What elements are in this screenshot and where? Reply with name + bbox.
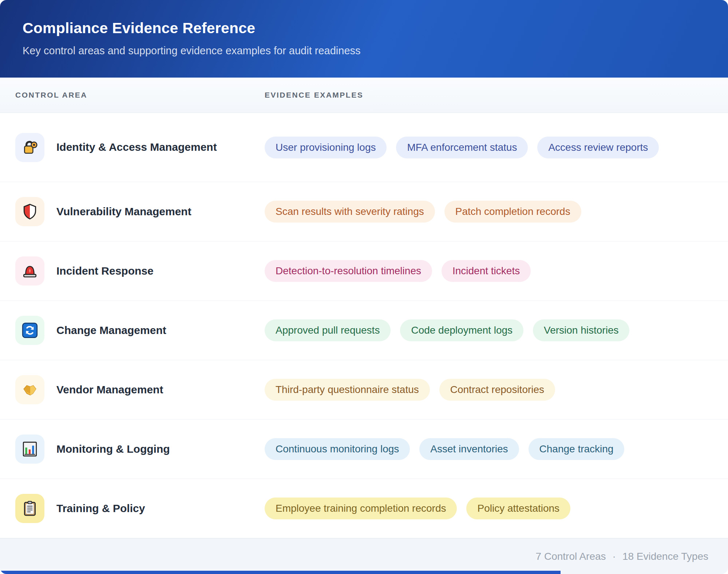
evidence-pill: Incident tickets [442, 260, 531, 282]
sync-icon [21, 322, 38, 339]
card-header: Compliance Evidence Reference Key contro… [0, 0, 728, 78]
control-area-name: Incident Response [56, 264, 154, 279]
card-footer: 7 Control Areas · 18 Evidence Types [0, 538, 728, 574]
control-area-cell: Identity & Access Management [15, 133, 265, 162]
evidence-types-count: 18 Evidence Types [622, 551, 708, 562]
evidence-pill: Approved pull requests [265, 319, 391, 341]
evidence-pill: Version histories [533, 319, 629, 341]
page-subtitle: Key control areas and supporting evidenc… [23, 45, 705, 57]
clipboard-icon [21, 500, 38, 517]
control-area-name: Training & Policy [56, 501, 145, 516]
control-area-cell: Vulnerability Management [15, 197, 265, 226]
control-area-name: Change Management [56, 323, 166, 338]
evidence-pill: Patch completion records [444, 201, 581, 223]
column-headers: CONTROL AREA EVIDENCE EXAMPLES [0, 78, 728, 113]
control-area-name: Vendor Management [56, 382, 163, 397]
evidence-pill: Access review reports [537, 137, 659, 158]
table-row: Vendor Management Third-party questionna… [0, 360, 728, 420]
evidence-pills: Employee training completion recordsPoli… [265, 498, 713, 519]
control-area-cell: Change Management [15, 316, 265, 345]
evidence-pill: MFA enforcement status [396, 137, 528, 158]
evidence-pill: User provisioning logs [265, 137, 387, 158]
control-area-name: Vulnerability Management [56, 204, 191, 219]
table-row: Training & Policy Employee training comp… [0, 479, 728, 538]
table-row: Identity & Access Management User provis… [0, 113, 728, 182]
column-header-evidence-examples: EVIDENCE EXAMPLES [265, 91, 363, 99]
control-area-name: Monitoring & Logging [56, 442, 170, 457]
control-area-cell: Monitoring & Logging [15, 435, 265, 464]
evidence-pills: Continuous monitoring logsAsset inventor… [265, 438, 713, 460]
compliance-reference-card: Compliance Evidence Reference Key contro… [0, 0, 728, 574]
bar-chart-icon [21, 441, 38, 457]
table-row: Monitoring & Logging Continuous monitori… [0, 420, 728, 479]
row-icon-tile [15, 435, 44, 464]
lock-icon [21, 139, 38, 156]
table-row: Vulnerability Management Scan results wi… [0, 182, 728, 241]
control-area-cell: Training & Policy [15, 494, 265, 523]
column-header-control-area: CONTROL AREA [15, 91, 87, 99]
dot-separator: · [613, 551, 616, 562]
evidence-pills: Third-party questionnaire statusContract… [265, 379, 713, 401]
evidence-pills: User provisioning logsMFA enforcement st… [265, 137, 713, 158]
evidence-pill: Employee training completion records [265, 498, 457, 519]
evidence-pill: Continuous monitoring logs [265, 438, 410, 460]
handshake-icon [21, 381, 38, 398]
evidence-pills: Approved pull requestsCode deployment lo… [265, 319, 713, 341]
table-row: Change Management Approved pull requests… [0, 301, 728, 360]
evidence-pill: Policy attestations [466, 498, 570, 519]
evidence-pill: Code deployment logs [400, 319, 523, 341]
row-icon-tile [15, 197, 44, 226]
control-area-name: Identity & Access Management [56, 140, 217, 155]
row-icon-tile [15, 375, 44, 404]
evidence-pill: Scan results with severity ratings [265, 201, 435, 223]
shield-icon [21, 203, 38, 220]
control-areas-count: 7 Control Areas [536, 551, 606, 562]
table-row: Incident Response Detection-to-resolutio… [0, 241, 728, 301]
page-title: Compliance Evidence Reference [23, 20, 705, 37]
evidence-pill: Contract repositories [439, 379, 555, 401]
next-section-peek-bar [0, 571, 561, 574]
row-icon-tile [15, 316, 44, 345]
control-area-cell: Vendor Management [15, 375, 265, 404]
evidence-pills: Scan results with severity ratingsPatch … [265, 201, 713, 223]
table-body: Identity & Access Management User provis… [0, 113, 728, 538]
row-icon-tile [15, 256, 44, 286]
control-area-cell: Incident Response [15, 256, 265, 286]
row-icon-tile [15, 494, 44, 523]
evidence-pill: Change tracking [529, 438, 625, 460]
evidence-pills: Detection-to-resolution timelinesInciden… [265, 260, 713, 282]
evidence-pill: Asset inventories [419, 438, 519, 460]
siren-icon [21, 263, 38, 279]
evidence-pill: Third-party questionnaire status [265, 379, 430, 401]
evidence-pill: Detection-to-resolution timelines [265, 260, 432, 282]
row-icon-tile [15, 133, 44, 162]
